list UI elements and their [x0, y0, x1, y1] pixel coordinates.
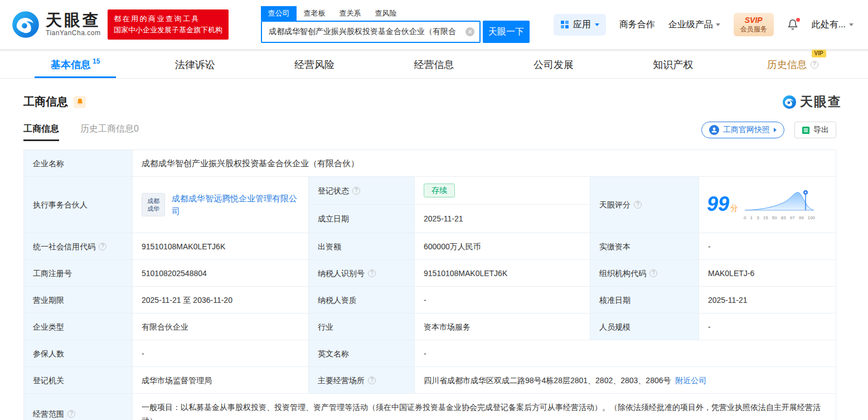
bell-icon — [76, 98, 84, 105]
table-row: 登记机关 成华市场监督管理局 主要经营场所 四川省成都市成华区双成二路98号4栋… — [24, 367, 836, 394]
field-label: 纳税人识别号 — [309, 260, 415, 286]
score-axis: 0131550839799100 — [744, 212, 815, 224]
nav-tab[interactable]: 法律诉讼 — [135, 51, 254, 78]
nav-tab-label: 历史信息 — [767, 58, 807, 71]
search-tab[interactable]: 查风险 — [368, 6, 404, 21]
svip-membership-button[interactable]: SVIP 会员服务 — [734, 13, 774, 37]
help-icon[interactable] — [634, 201, 642, 209]
help-icon[interactable] — [368, 376, 376, 384]
field-label: 统一社会信用代码 — [24, 233, 133, 259]
help-icon[interactable] — [649, 269, 657, 277]
help-icon[interactable] — [67, 410, 75, 418]
tianyancha-logo[interactable]: 天眼查 TianYanCha.com — [11, 10, 101, 39]
page-title: 工商信息 — [23, 94, 68, 109]
score-tick: 97 — [790, 212, 795, 224]
partner-cell: 成都 成华 成都成华智远腾悦企业管理有限公司 — [133, 177, 309, 233]
reg-authority-value: 成华市场监督管理局 — [133, 367, 309, 393]
enterprise-products-label: 企业级产品 — [668, 19, 713, 31]
help-icon[interactable] — [368, 269, 376, 277]
apps-menu-button[interactable]: 应用 — [554, 14, 606, 36]
tab-business-info[interactable]: 工商信息 — [23, 123, 59, 141]
nav-tab-label: 经营信息 — [414, 58, 454, 71]
score-tick: 1 — [750, 212, 753, 224]
search-button[interactable]: 天眼一下 — [483, 21, 530, 43]
nav-tab-count: 15 — [93, 57, 100, 65]
official-snapshot-button[interactable]: 工商官网快照 — [701, 122, 784, 138]
nav-tab-inner: 知识产权 — [653, 58, 693, 71]
nav-tab[interactable]: 经营信息 — [374, 51, 493, 78]
field-label: 工商注册号 — [24, 260, 133, 286]
svip-label: SVIP — [740, 16, 767, 26]
score-tick: 100 — [808, 212, 815, 224]
nav-tab[interactable]: 经营风险 — [255, 51, 374, 78]
user-account-menu[interactable]: 此处有... — [812, 19, 854, 31]
business-term-value: 2025-11-21 至 2036-11-20 — [133, 287, 309, 313]
export-button[interactable]: 导出 — [794, 122, 836, 138]
field-label: 参保人数 — [24, 340, 133, 366]
nav-tab-inner: 基本信息15 — [51, 58, 100, 71]
clear-search-icon[interactable]: ✕ — [465, 27, 474, 36]
notifications-bell-button[interactable] — [787, 19, 798, 30]
chevron-down-icon — [849, 23, 854, 26]
membership-label: 会员服务 — [740, 25, 767, 33]
score-tick: 99 — [799, 212, 804, 224]
apps-label: 应用 — [573, 19, 591, 31]
nav-tab[interactable]: 历史信息VIP — [733, 51, 852, 78]
help-icon[interactable] — [352, 187, 360, 195]
field-label: 组织机构代码 — [590, 260, 699, 286]
watermark-text: 天眼查 — [800, 93, 842, 110]
subscribe-bell-button[interactable] — [74, 96, 86, 108]
tab-history-business-info[interactable]: 历史工商信息0 — [80, 123, 139, 141]
company-type-value: 有限合伙企业 — [133, 313, 309, 340]
chevron-down-icon — [595, 23, 599, 26]
score-curve-chart — [744, 188, 815, 211]
tab-label: 工商信息 — [23, 124, 59, 133]
field-label: 成立日期 — [309, 205, 415, 233]
nav-tab[interactable]: 基本信息15 — [16, 51, 135, 78]
table-row: 企业名称 成都成华智创产业振兴股权投资基金合伙企业（有限合伙） — [24, 150, 836, 177]
search-tab[interactable]: 查公司 — [261, 6, 297, 21]
score-number: 99分 — [707, 198, 738, 214]
chevron-down-icon — [716, 23, 720, 26]
table-row: 参保人数 - 英文名称 - — [24, 340, 836, 367]
score-tick: 50 — [772, 212, 777, 224]
table-row: 工商注册号 510108202548804 纳税人识别号 91510108MAK… — [24, 260, 836, 287]
help-icon[interactable] — [99, 243, 106, 250]
search-input[interactable] — [269, 27, 465, 36]
field-label: 行业 — [309, 313, 415, 340]
score-cell: 99分 0131550839799100 — [699, 177, 836, 233]
field-label: 营业期限 — [24, 287, 133, 313]
top-header: 天眼查 TianYanCha.com 都在用的商业查询工具 国家中小企业发展子基… — [0, 0, 868, 49]
field-label: 执行事务合伙人 — [24, 177, 133, 233]
export-label: 导出 — [813, 125, 829, 135]
slogan-line2: 国家中小企业发展子基金旗下机构 — [114, 25, 222, 36]
search-tab[interactable]: 查关系 — [332, 6, 368, 21]
nav-tab[interactable]: 公司发展 — [494, 51, 613, 78]
score-tick: 3 — [757, 212, 759, 224]
nav-tab-label: 法律诉讼 — [175, 58, 215, 71]
enterprise-products-link[interactable]: 企业级产品 — [668, 19, 720, 31]
help-icon[interactable] — [811, 61, 818, 69]
partner-company-link[interactable]: 成都成华智远腾悦企业管理有限公司 — [172, 192, 299, 218]
nav-tab[interactable]: 知识产权 — [613, 51, 733, 78]
field-label: 主要经营场所 — [309, 367, 415, 393]
field-label: 出资额 — [309, 233, 415, 259]
notification-dot — [796, 18, 800, 22]
slogan-line1: 都在用的商业查询工具 — [114, 13, 222, 25]
nearby-companies-link[interactable]: 附近公司 — [675, 374, 706, 387]
table-row: 执行事务合伙人 成都 成华 成都成华智远腾悦企业管理有限公司 登记状态 存续 成… — [24, 177, 836, 233]
nav-tab-inner: 经营风险 — [294, 58, 334, 71]
business-cooperation-link[interactable]: 商务合作 — [619, 19, 655, 31]
search-tab[interactable]: 查老板 — [297, 6, 332, 21]
staff-size-value: - — [699, 313, 836, 340]
snapshot-label: 工商官网快照 — [723, 125, 770, 135]
vip-badge: VIP — [812, 50, 826, 57]
field-label: 天眼评分 — [590, 177, 699, 233]
business-info-table: 企业名称 成都成华智创产业振兴股权投资基金合伙企业（有限合伙） 执行事务合伙人 … — [23, 149, 836, 420]
apps-grid-icon — [560, 20, 569, 29]
field-label: 英文名称 — [309, 340, 415, 366]
org-code-value: MAK0LETJ-6 — [699, 260, 836, 286]
registration-status-cell: 存续 — [415, 177, 590, 205]
brand-domain: TianYanCha.com — [46, 30, 101, 37]
search-box: ✕ — [261, 21, 481, 43]
